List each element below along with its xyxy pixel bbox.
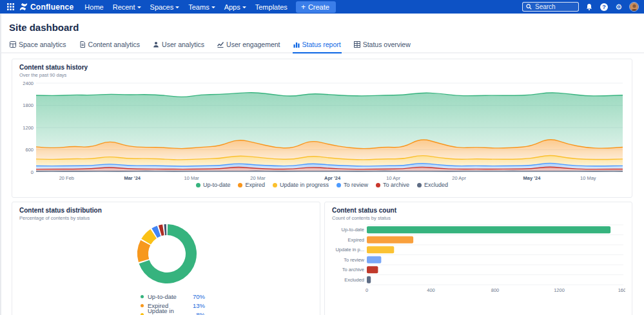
history-card-subtitle: Over the past 90 days [19, 72, 625, 78]
y-axis-tick: 2400 [23, 81, 34, 86]
confluence-logo[interactable]: Confluence [18, 3, 77, 12]
grid-icon [7, 3, 14, 10]
nav-item-apps[interactable]: Apps [220, 2, 251, 12]
brand-name: Confluence [30, 3, 73, 12]
chevron-down-icon [175, 6, 179, 8]
nav-item-home[interactable]: Home [80, 2, 108, 12]
tab-status-overview[interactable]: Status overview [353, 39, 411, 52]
bar-category-label: To archive [342, 267, 364, 272]
count-card-title: Content status count [332, 207, 625, 214]
donut-slice-expired [137, 240, 150, 262]
x-axis-tick: 800 [491, 287, 500, 293]
horizontal-bar-chart: Up-to-dateExpiredUpdate in p...To review… [332, 221, 625, 314]
x-axis-tick: 400 [427, 287, 435, 293]
spaces-icon [10, 41, 16, 48]
legend-chip-up-to-date[interactable]: Up-to-date [196, 182, 231, 188]
y-axis-tick: 600 [25, 147, 34, 153]
legend-dot [417, 183, 422, 187]
legend-dot [238, 183, 242, 187]
nav-item-teams[interactable]: Teams [184, 2, 219, 12]
tab-status-report[interactable]: Status report [293, 39, 342, 52]
legend-chip-to-review[interactable]: To review [337, 182, 368, 188]
bar-to-archive [367, 266, 378, 273]
legend-dot [196, 183, 200, 187]
donut-slice-excluded [164, 224, 166, 235]
notifications-bell-icon[interactable] [585, 3, 594, 12]
content-status-count-card: Content status count Count of contents b… [324, 202, 632, 315]
legend-dot [337, 183, 341, 187]
legend-chip-excluded[interactable]: Excluded [417, 182, 448, 188]
history-card-title: Content status history [19, 64, 625, 71]
window-left-edge [0, 14, 1, 315]
user-avatar[interactable] [629, 2, 639, 12]
search-box[interactable] [522, 2, 579, 12]
document-icon [79, 41, 86, 48]
y-axis-tick: 0 [31, 169, 34, 175]
bar-category-label: Excluded [344, 277, 364, 283]
donut-chart [19, 221, 313, 289]
nav-left: Confluence Home Recent Spaces Teams Apps… [5, 1, 336, 13]
chevron-down-icon [137, 6, 141, 8]
legend-chip-expired[interactable]: Expired [238, 182, 265, 188]
top-nav: Confluence Home Recent Spaces Teams Apps… [0, 0, 644, 14]
x-axis-tick: 0 [366, 287, 368, 293]
legend-dot [273, 183, 277, 187]
bar-to-review [367, 256, 381, 263]
bar-category-label: To review [344, 257, 364, 263]
x-axis-tick: 10 Apr [386, 175, 400, 181]
legend-dot [376, 183, 380, 187]
bar-category-label: Update in p... [335, 247, 364, 253]
settings-gear-icon[interactable]: ⚙ [614, 3, 623, 12]
page-title: Site dashboard [9, 22, 644, 33]
content-status-history-card: Content status history Over the past 90 … [12, 59, 632, 198]
bar-excluded [367, 276, 371, 283]
user-icon [153, 41, 159, 48]
chevron-down-icon [242, 6, 246, 8]
tab-content-analytics[interactable]: Content analytics [79, 39, 141, 52]
x-axis-tick: Apr '24 [324, 175, 341, 181]
table-icon [354, 41, 360, 48]
area-band-up-to-date [36, 93, 623, 149]
nav-item-templates[interactable]: Templates [251, 2, 292, 12]
bar-category-label: Up-to-date [342, 227, 364, 233]
nav-right: ? ⚙ [522, 2, 639, 12]
y-axis-tick: 1200 [23, 125, 34, 131]
legend-chip-update-in-progress[interactable]: Update in progress [273, 182, 329, 188]
y-axis-tick: 1800 [23, 102, 34, 108]
distribution-card-title: Content status distribution [19, 207, 313, 214]
plus-icon: + [301, 4, 306, 10]
x-axis-tick: May '24 [523, 175, 542, 181]
legend-dot [141, 295, 144, 298]
bar-update-in-progress [367, 246, 394, 253]
search-input[interactable] [535, 3, 574, 10]
legend-chip-to-archive[interactable]: To archive [376, 182, 409, 188]
stacked-area-chart: 060012001800240020 FebMar '2410 Mar20 Ma… [19, 78, 625, 187]
confluence-mark-icon [19, 3, 28, 11]
x-axis-tick: 10 Mar [184, 175, 199, 181]
legend-item-update-in-progress: Update in progress8% [141, 310, 205, 315]
bar-chart-icon [293, 41, 300, 48]
legend-dot [141, 313, 144, 315]
create-button[interactable]: +Create [296, 1, 336, 13]
tab-user-analytics[interactable]: User analytics [152, 39, 205, 52]
nav-item-spaces[interactable]: Spaces [146, 2, 184, 12]
tab-user-engagement[interactable]: User engagement [217, 39, 280, 52]
x-axis-tick: 1200 [554, 287, 565, 293]
donut-legend: Up-to-date70%Expired13%Update in progres… [141, 292, 205, 315]
legend-value: 8% [196, 311, 205, 315]
tab-bar: Space analyticsContent analyticsUser ana… [0, 39, 644, 53]
bar-up-to-date [367, 226, 610, 233]
help-icon[interactable]: ? [600, 3, 609, 12]
chevron-down-icon [211, 6, 215, 8]
x-axis-tick: 20 Feb [59, 175, 74, 181]
x-axis-tick: 1600 [618, 287, 625, 293]
legend-dot [141, 304, 144, 307]
app-switcher-icon[interactable] [5, 2, 15, 12]
nav-item-recent[interactable]: Recent [108, 2, 146, 12]
legend-value: 70% [193, 293, 205, 300]
tab-space-analytics[interactable]: Space analytics [9, 39, 67, 52]
search-icon [526, 4, 532, 10]
x-axis-tick: 20 Mar [250, 175, 266, 181]
legend-item-up-to-date: Up-to-date70% [141, 292, 205, 301]
x-axis-tick: Mar '24 [124, 175, 141, 181]
